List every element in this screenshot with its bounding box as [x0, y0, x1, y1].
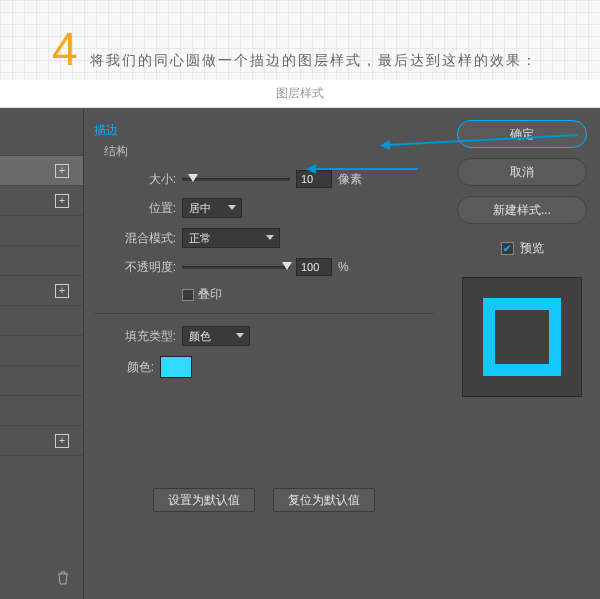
add-icon[interactable]: +	[55, 164, 69, 178]
add-icon[interactable]: +	[55, 434, 69, 448]
style-row[interactable]	[0, 126, 83, 156]
style-row[interactable]	[0, 366, 83, 396]
position-label: 位置:	[122, 200, 176, 217]
preview-label: 预览	[520, 240, 544, 257]
size-slider[interactable]	[182, 178, 290, 181]
blend-row: 混合模式: 正常	[94, 228, 434, 248]
dialog-actions: 确定 取消 新建样式... ✔ 预览	[444, 108, 600, 599]
preview-box	[462, 277, 582, 397]
position-select[interactable]: 居中	[182, 198, 242, 218]
preview-toggle[interactable]: ✔ 预览	[501, 240, 544, 257]
reset-default-button[interactable]: 复位为默认值	[273, 488, 375, 512]
style-row[interactable]	[0, 246, 83, 276]
add-icon[interactable]: +	[55, 284, 69, 298]
chevron-down-icon	[266, 235, 274, 240]
style-row[interactable]	[0, 216, 83, 246]
style-row[interactable]	[0, 306, 83, 336]
slider-handle-icon[interactable]	[188, 174, 198, 182]
checkmark-icon: ✔	[501, 242, 514, 255]
styles-list: + + + +	[0, 108, 84, 599]
blend-label: 混合模式:	[110, 230, 176, 247]
opacity-unit: %	[338, 260, 349, 274]
style-row[interactable]	[0, 396, 83, 426]
new-style-button[interactable]: 新建样式...	[457, 196, 587, 224]
opacity-slider[interactable]	[182, 266, 290, 269]
cancel-button[interactable]: 取消	[457, 158, 587, 186]
size-unit: 像素	[338, 171, 362, 188]
size-label: 大小:	[122, 171, 176, 188]
section-title-stroke: 描边	[94, 122, 434, 139]
style-row[interactable]: +	[0, 276, 83, 306]
overprint-checkbox[interactable]	[182, 289, 194, 301]
step-number: 4	[52, 26, 78, 72]
overprint-label: 叠印	[198, 286, 222, 303]
slider-handle-icon[interactable]	[282, 262, 292, 270]
chevron-down-icon	[236, 333, 244, 338]
opacity-input[interactable]	[296, 258, 332, 276]
position-row: 位置: 居中	[94, 198, 434, 218]
filltype-value: 颜色	[189, 329, 211, 344]
opacity-row: 不透明度: %	[94, 258, 434, 276]
chevron-down-icon	[228, 205, 236, 210]
layer-style-dialog: 图层样式 + + + +	[0, 80, 600, 599]
style-row[interactable]	[0, 336, 83, 366]
step-instruction: 将我们的同心圆做一个描边的图层样式，最后达到这样的效果：	[90, 52, 538, 70]
style-row[interactable]: +	[0, 426, 83, 456]
make-default-button[interactable]: 设置为默认值	[153, 488, 255, 512]
dialog-title: 图层样式	[0, 80, 600, 108]
overprint-row: 叠印	[94, 286, 434, 303]
preview-swatch	[483, 298, 561, 376]
blend-select[interactable]: 正常	[182, 228, 280, 248]
trash-icon[interactable]	[57, 571, 69, 585]
stroke-settings-panel: 描边 结构 大小: 像素 位置: 居中 混合模式: 正常	[84, 108, 444, 599]
filltype-label: 填充类型:	[110, 328, 176, 345]
annotation-arrow	[314, 168, 418, 170]
filltype-select[interactable]: 颜色	[182, 326, 250, 346]
color-swatch[interactable]	[160, 356, 192, 378]
style-row[interactable]: +	[0, 156, 83, 186]
style-row[interactable]: +	[0, 186, 83, 216]
color-row: 颜色:	[94, 356, 434, 378]
filltype-row: 填充类型: 颜色	[94, 326, 434, 346]
size-row: 大小: 像素	[94, 170, 434, 188]
color-label: 颜色:	[122, 359, 154, 376]
divider	[94, 313, 434, 314]
opacity-label: 不透明度:	[110, 259, 176, 276]
blend-value: 正常	[189, 231, 211, 246]
position-value: 居中	[189, 201, 211, 216]
add-icon[interactable]: +	[55, 194, 69, 208]
